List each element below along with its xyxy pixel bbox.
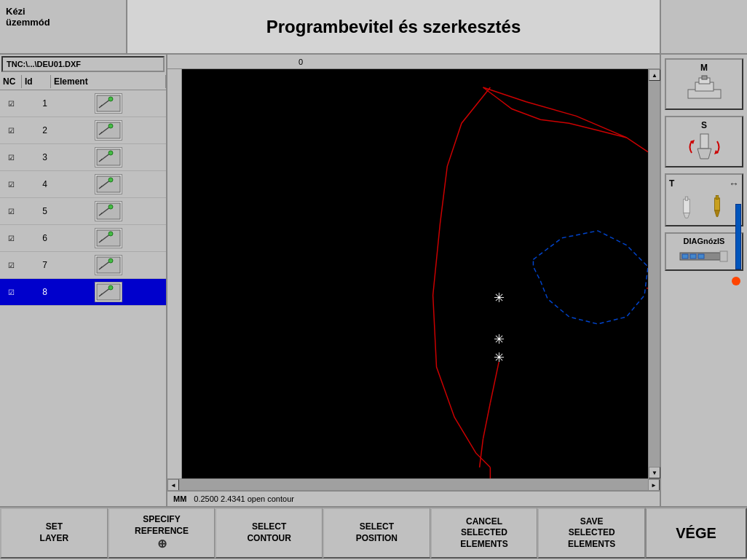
- row-checkbox[interactable]: ☑: [0, 234, 22, 242]
- row-id: 6: [22, 233, 51, 243]
- vertical-scrollbar[interactable]: ▲ ▼: [648, 69, 660, 478]
- row-element: [51, 93, 166, 114]
- row-element: [51, 147, 166, 167]
- table-row[interactable]: ☑ 5: [0, 198, 166, 225]
- m-button[interactable]: M: [665, 58, 743, 110]
- arrow-icon: ↔: [729, 178, 739, 189]
- row-checkbox[interactable]: ☑: [0, 127, 22, 135]
- vege-button[interactable]: VÉGE: [645, 508, 747, 559]
- specify-reference-button[interactable]: SPECIFYREFERENCE⊕: [108, 508, 216, 559]
- element-icon: [95, 147, 122, 167]
- ruler-left: [167, 69, 182, 478]
- element-icon: [95, 93, 122, 114]
- svg-text:✳: ✳: [494, 291, 505, 305]
- cancel-selected-button[interactable]: CANCELSELECTEDELEMENTS: [430, 508, 538, 559]
- select-position-button[interactable]: SELECTPOSITION: [323, 508, 430, 559]
- mode-display: Kézi üzemmód: [0, 0, 127, 53]
- svg-point-5: [108, 124, 113, 128]
- set-layer-button[interactable]: SETLAYER: [0, 508, 108, 559]
- table-row[interactable]: ☑ 1: [0, 90, 166, 117]
- row-id: 1: [22, 98, 51, 109]
- unit-label: MM: [173, 494, 186, 503]
- scroll-down-button[interactable]: ▼: [649, 467, 660, 478]
- s-button[interactable]: S: [665, 116, 743, 167]
- set-layer-label: SETLAYER: [40, 521, 69, 544]
- t-icon: [682, 189, 726, 222]
- m-label: M: [700, 63, 708, 73]
- select-contour-button[interactable]: SELECTCONTOUR: [215, 508, 323, 559]
- file-path: TNC:\...\DEU01.DXF: [1, 56, 165, 72]
- t-button[interactable]: T ↔: [665, 173, 743, 226]
- col-nc: NC: [0, 75, 22, 88]
- row-element: [51, 201, 166, 221]
- table-row[interactable]: ☑ 4: [0, 171, 166, 198]
- cancel-selected-label: CANCELSELECTEDELEMENTS: [460, 516, 507, 551]
- svg-point-17: [108, 232, 113, 236]
- svg-rect-47: [682, 254, 688, 259]
- svg-point-8: [108, 151, 113, 155]
- horizontal-scrollbar[interactable]: ◄ ►: [167, 478, 660, 490]
- row-id: 2: [22, 125, 51, 135]
- row-checkbox[interactable]: ☑: [0, 261, 22, 269]
- svg-rect-40: [684, 199, 690, 213]
- status-values: 0.2500 2.4341 open contour: [194, 494, 294, 503]
- page-title: Programbevitel és szerkesztés: [127, 0, 660, 53]
- svg-line-31: [480, 438, 483, 467]
- scroll-left-button[interactable]: ◄: [167, 479, 179, 491]
- col-element: Element: [51, 75, 166, 88]
- element-icon: [95, 228, 122, 248]
- t-label: T: [669, 178, 674, 189]
- svg-point-14: [108, 205, 113, 209]
- bottom-toolbar: SETLAYER SPECIFYREFERENCE⊕ SELECTCONTOUR…: [0, 506, 747, 559]
- svg-point-11: [108, 178, 113, 182]
- m-icon: [682, 73, 726, 106]
- svg-rect-36: [700, 134, 708, 149]
- canvas-container: 0 ✳ ✳ ✳: [167, 55, 660, 506]
- save-selected-button[interactable]: SAVESELECTEDELEMENTS: [537, 508, 645, 559]
- element-icon: [95, 201, 122, 221]
- select-position-label: SELECTPOSITION: [356, 521, 398, 544]
- row-checkbox[interactable]: ☑: [0, 154, 22, 162]
- header-right-spacer: [660, 0, 747, 53]
- blue-indicator: [735, 204, 741, 269]
- row-element: [51, 174, 166, 194]
- svg-marker-42: [684, 213, 690, 218]
- scroll-up-button[interactable]: ▲: [649, 69, 660, 81]
- row-id: 5: [22, 206, 51, 216]
- scroll-track-h[interactable]: [179, 479, 648, 490]
- svg-rect-50: [720, 251, 727, 261]
- status-dot: [732, 277, 740, 285]
- svg-rect-44: [716, 195, 718, 199]
- layer-table: ☑ 1 ☑ 2: [0, 90, 166, 506]
- drawing-canvas[interactable]: ✳ ✳ ✳: [182, 69, 648, 478]
- svg-rect-35: [702, 76, 707, 79]
- ruler-zero: 0: [299, 58, 303, 66]
- table-row[interactable]: ☑ 3: [0, 144, 166, 171]
- right-panel: M S: [660, 55, 747, 506]
- row-id: 8: [22, 287, 51, 297]
- svg-rect-43: [715, 197, 720, 210]
- table-row[interactable]: ☑ 7: [0, 252, 166, 279]
- svg-point-23: [108, 285, 113, 290]
- row-id: 3: [22, 152, 51, 162]
- diagnozis-button[interactable]: DIAGnózIS: [665, 232, 743, 271]
- col-id: Id: [22, 75, 51, 88]
- specify-reference-label: SPECIFYREFERENCE⊕: [135, 514, 189, 552]
- table-row[interactable]: ☑ 6: [0, 225, 166, 252]
- scroll-track-v[interactable]: [649, 81, 660, 467]
- svg-marker-37: [697, 149, 711, 159]
- cross-icon: ⊕: [157, 537, 167, 550]
- vege-label: VÉGE: [676, 525, 716, 542]
- table-row[interactable]: ☑ 2: [0, 117, 166, 144]
- row-checkbox[interactable]: ☑: [0, 100, 22, 108]
- row-checkbox[interactable]: ☑: [0, 288, 22, 296]
- row-id: 4: [22, 179, 51, 189]
- row-checkbox[interactable]: ☑: [0, 208, 22, 216]
- row-element: [51, 255, 166, 275]
- svg-rect-49: [698, 254, 704, 259]
- scroll-right-button[interactable]: ►: [648, 479, 660, 491]
- table-row[interactable]: ☑ 8: [0, 279, 166, 306]
- row-checkbox[interactable]: ☑: [0, 181, 22, 189]
- save-selected-label: SAVESELECTEDELEMENTS: [568, 516, 615, 551]
- svg-line-29: [490, 362, 499, 403]
